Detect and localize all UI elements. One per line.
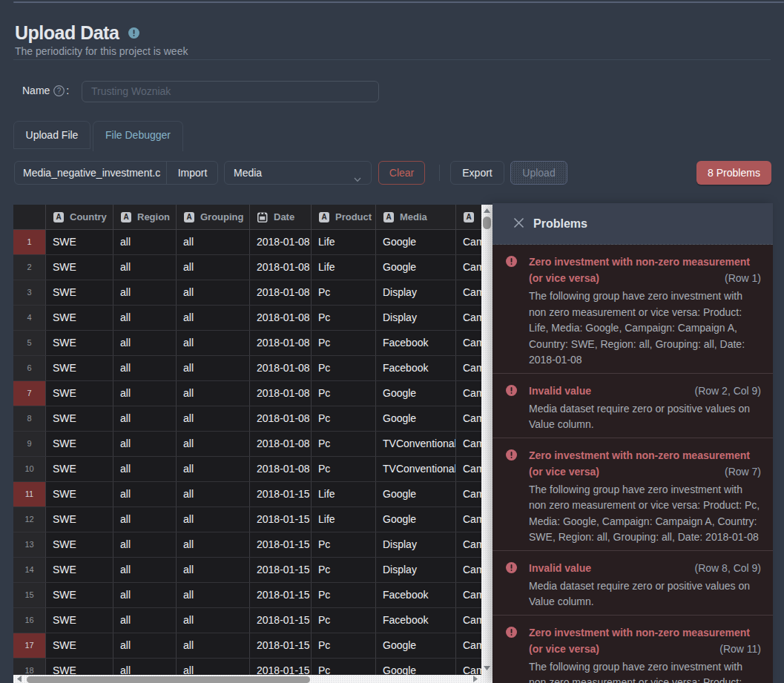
svg-text:?: ? [57, 87, 62, 95]
